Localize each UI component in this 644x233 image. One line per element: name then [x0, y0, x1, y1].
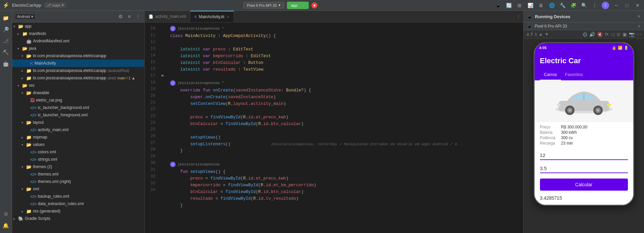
tree-item-backup-rules[interactable]: </> backup_rules.xml: [12, 193, 144, 200]
tab-mainactivity-kt[interactable]: K MainActivity.kt ✕: [190, 11, 234, 22]
phone-status-icons: 🔒 📶 🔋: [612, 46, 629, 50]
tab-close-button[interactable]: ✕: [227, 15, 230, 19]
more-toolbar-icon[interactable]: ⋯: [637, 32, 641, 37]
item-label: xml: [33, 187, 39, 191]
project-files-icon[interactable]: 📁: [1, 13, 11, 23]
tree-item-manifests[interactable]: ▸ 📁 manifests: [12, 30, 144, 37]
close-icon[interactable]: ✕: [634, 2, 641, 9]
recent-icon[interactable]: ▣: [623, 32, 627, 37]
tree-item-androidmanifest[interactable]: 🤖 AndroidManifest.xml: [12, 37, 144, 45]
item-label: Gradle Scripts: [25, 216, 50, 221]
power-icon[interactable]: ⏻: [583, 32, 587, 37]
maximize-icon[interactable]: □: [623, 2, 631, 9]
gutter-item: [158, 92, 167, 99]
tree-item-themes[interactable]: ▾ 📂 themes (2): [12, 163, 144, 170]
minimize-icon[interactable]: ─: [612, 2, 620, 9]
rotate-icon[interactable]: ⟳: [605, 32, 609, 37]
back-icon[interactable]: ◁: [611, 32, 614, 37]
more-icon[interactable]: ⋮: [591, 2, 598, 9]
tree-item-res[interactable]: ▾ 📂 res: [12, 82, 144, 89]
gutter-run-icon[interactable]: ▶: [158, 72, 167, 79]
settings-icon[interactable]: ⚙: [1, 209, 11, 219]
sync-files-icon[interactable]: ⚙: [117, 13, 124, 20]
git-icon[interactable]: ⎇: [1, 36, 11, 46]
caret-icon: ▾: [13, 25, 18, 28]
notifications-icon[interactable]: 🔔: [1, 221, 11, 230]
spec-label: Preço: [540, 125, 558, 129]
stop-button[interactable]: ■: [311, 2, 317, 8]
device-panel-close-button[interactable]: ✕: [637, 14, 641, 19]
android-icon[interactable]: 🤖: [1, 59, 11, 69]
tree-item-ic-launcher-bg[interactable]: </> ic_launcher_background.xml: [12, 104, 144, 111]
android-selector[interactable]: Android ▾: [15, 13, 36, 20]
device-manager-icon[interactable]: 🖥: [537, 2, 545, 9]
folder-icon: 📂: [26, 187, 32, 192]
tree-item-xml[interactable]: ▾ 📂 xml: [12, 185, 144, 193]
tree-item-activity-main-xml[interactable]: </> activity_main.xml: [12, 126, 144, 133]
tree-item-mainactivity[interactable]: K MainActivity: [12, 60, 144, 67]
collapse-all-icon[interactable]: ≡: [126, 13, 133, 20]
tab-activity-main-xml[interactable]: 📄 activity_main.xml: [145, 11, 190, 22]
app-tab-favoritos[interactable]: Favoritos: [561, 69, 587, 80]
tree-item-br-pkg-android[interactable]: ▸ 📁 br.com.jessicaraissapessoa.eletricca…: [12, 67, 144, 74]
tree-item-java[interactable]: ▾ 📂 java: [12, 45, 144, 52]
xml-file-icon: </>: [30, 201, 37, 206]
tree-item-data-extraction[interactable]: </> data_extraction_rules.xml: [12, 200, 144, 207]
tree-item-br-pkg-test[interactable]: ▸ 📁 br.com.jessicaraissapessoa.eletricca…: [12, 74, 144, 82]
item-label: themes.xml: [38, 172, 58, 177]
comment-user: jessicaraissapessoa *: [178, 81, 224, 85]
code-area[interactable]: J jessicaraissapessoa * class MainActivi…: [167, 23, 523, 233]
tree-item-mipmap[interactable]: ▸ 📁 mipmap: [12, 133, 144, 141]
wrench-icon[interactable]: 🔧: [559, 2, 566, 9]
tree-item-themes-xml[interactable]: </> themes.xml: [12, 170, 144, 178]
toolbar-up-icon[interactable]: ▲: [539, 32, 543, 37]
km-input[interactable]: [540, 164, 628, 173]
tree-item-layout[interactable]: ▾ 📂 layout: [12, 119, 144, 126]
android-device-manager-icon[interactable]: 📱: [494, 2, 502, 9]
more-options-icon[interactable]: ⋮: [134, 13, 142, 20]
editor-more-button[interactable]: ⋮: [514, 14, 523, 19]
search-icon[interactable]: 🔍: [580, 2, 588, 9]
home-icon[interactable]: ⊙: [616, 32, 621, 37]
build-icon[interactable]: 🔨: [1, 48, 11, 57]
tree-item-drawable[interactable]: ▾ 📂 drawable: [12, 89, 144, 96]
tree-item-strings-xml[interactable]: </> strings.xml: [12, 156, 144, 163]
screenshot-icon[interactable]: 📷: [629, 32, 635, 37]
run-button[interactable]: app: [287, 2, 308, 9]
spec-label: Recarga: [540, 141, 558, 146]
tree-item-colors-xml[interactable]: </> colors.xml: [12, 148, 144, 156]
device-sub-header: 📱 Pixel 6 Pro API 33 ✕: [524, 23, 644, 30]
avatar[interactable]: J: [602, 2, 609, 9]
tree-item-values[interactable]: ▾ 📂 values: [12, 141, 144, 148]
preco-input[interactable]: [540, 151, 628, 160]
spec-row-potencia: Potência 300 cv: [540, 135, 628, 140]
line-num: 27: [145, 140, 158, 146]
mute-icon[interactable]: 🔇: [597, 32, 603, 37]
volume-icon[interactable]: 🔊: [589, 32, 595, 37]
search-everywhere-icon[interactable]: 🔎: [1, 25, 11, 34]
tree-item-res-generated[interactable]: ▸ 📁 res (generated): [12, 207, 144, 215]
line-num: 31: [145, 166, 158, 173]
app-tab-carros[interactable]: Carros: [540, 69, 561, 80]
branch-selector[interactable]: ⎇ main ▾: [44, 2, 66, 8]
translate-icon[interactable]: 🌐: [548, 2, 555, 9]
device-selector[interactable]: Pixel 6 Pro API 33 ▾: [243, 2, 285, 8]
tree-item-br-pkg[interactable]: ▾ 📂 br.com.jessicaraissapessoa.eletricca…: [12, 52, 144, 60]
tree-item-eletric-car-png[interactable]: 🖼 eletric_car.png: [12, 96, 144, 104]
xml-tab-icon: 📄: [149, 14, 153, 19]
profiler-icon[interactable]: 📊: [527, 2, 534, 9]
tree-item-themes-xml-night[interactable]: </> themes.xml (night): [12, 178, 144, 185]
gutter-item: [158, 66, 167, 72]
layout-icon[interactable]: ⊞: [516, 2, 523, 9]
tree-item-app[interactable]: ▾ 📂 app: [12, 23, 144, 30]
device-close-tab-button[interactable]: ✕: [638, 24, 641, 29]
gutter-item: [158, 180, 167, 187]
calcular-button[interactable]: Calcular: [540, 179, 628, 191]
tree-item-gradle-scripts[interactable]: ▸ 🐘 Gradle Scripts: [12, 215, 144, 222]
puzzle-icon[interactable]: 🧩: [569, 2, 577, 9]
tree-item-ic-launcher-fg[interactable]: </> ic_launcher_foreground.xml: [12, 111, 144, 119]
sync-icon[interactable]: 🔄: [505, 2, 512, 9]
toolbar-down-icon[interactable]: ▼: [545, 32, 549, 37]
editor-content[interactable]: 10 11 12 13 14 15 16 17 18 19 20 21 22 2…: [145, 23, 523, 233]
line-num: 32: [145, 173, 158, 180]
